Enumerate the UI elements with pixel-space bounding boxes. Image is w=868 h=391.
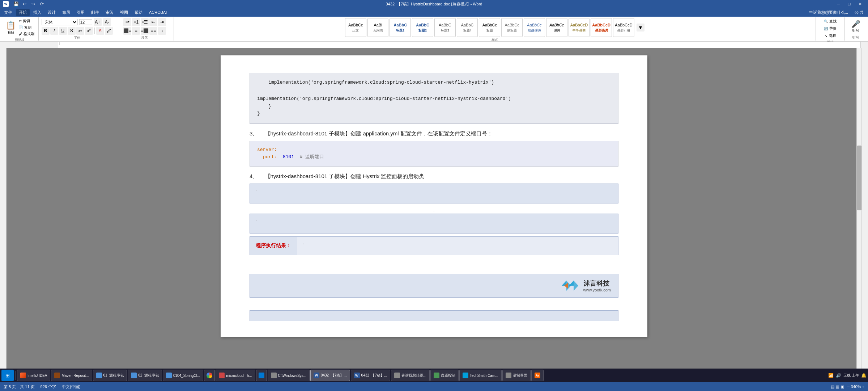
taskbar-record[interactable]: 录制界面 bbox=[502, 370, 531, 381]
maximize-btn[interactable]: □ bbox=[844, 1, 854, 7]
redo-qa-btn[interactable]: ↪ bbox=[30, 0, 37, 8]
paste-btn[interactable]: 📋 粘贴 bbox=[4, 20, 17, 35]
notification-icon[interactable]: 🔔 bbox=[861, 373, 867, 378]
align-right-btn[interactable]: ≡⬛ bbox=[141, 27, 149, 35]
vertical-scrollbar[interactable] bbox=[856, 48, 861, 373]
grow-font-btn[interactable]: A+ bbox=[94, 18, 102, 26]
menu-acrobat[interactable]: ACROBAT bbox=[146, 9, 171, 15]
style-no-space[interactable]: AaBl无间隔 bbox=[367, 18, 389, 37]
style-em4[interactable]: AaBbCcD强烈强调 bbox=[591, 18, 612, 37]
justify-btn[interactable]: ≡≡ bbox=[149, 27, 157, 35]
close-btn[interactable]: ✕ bbox=[855, 1, 865, 7]
folder2-icon bbox=[131, 373, 137, 378]
menu-help[interactable]: 帮助 bbox=[132, 9, 145, 16]
menu-layout[interactable]: 布局 bbox=[59, 9, 73, 16]
network-icon[interactable]: 📶 bbox=[828, 373, 834, 378]
taskbar-word1[interactable]: W 0432_【7稿】... bbox=[310, 370, 350, 381]
menu-view[interactable]: 视图 bbox=[117, 9, 131, 16]
taskbar-spring[interactable]: 0104_SpringCl... bbox=[163, 370, 204, 381]
decrease-indent-btn[interactable]: ⇤ bbox=[149, 18, 157, 26]
bold-btn[interactable]: B bbox=[42, 27, 50, 35]
start-btn[interactable]: ⊞ bbox=[1, 370, 14, 381]
undo-qa-btn[interactable]: ↩ bbox=[21, 0, 28, 8]
taskbar-microcloud[interactable]: microcloud - h... bbox=[216, 370, 255, 381]
style-subtitle[interactable]: AaBbCc副标题 bbox=[501, 18, 523, 37]
style-normal[interactable]: AaBbCc正文 bbox=[345, 18, 366, 37]
remote-label: 盘遥控制 bbox=[441, 373, 455, 378]
align-left-btn[interactable]: ⬛≡ bbox=[123, 27, 131, 35]
scroll-area[interactable]: implementation('org.springframework.clou… bbox=[7, 48, 861, 373]
style-samples: AaBbCc正文 AaBl无间隔 AaBbC标题1 AaBbC标题2 AaBbC… bbox=[345, 18, 634, 37]
superscript-btn[interactable]: x² bbox=[85, 27, 93, 35]
font-size-input[interactable] bbox=[79, 19, 92, 25]
select-btn[interactable]: ↘ 选择 bbox=[823, 33, 838, 39]
highlight-btn[interactable]: 🖊 bbox=[105, 27, 113, 35]
code-line-4: } bbox=[257, 103, 611, 110]
style-em2[interactable]: AaBbCc强调 bbox=[546, 18, 567, 37]
cut-btn[interactable]: ✂ 剪切 bbox=[18, 18, 35, 24]
menu-search[interactable]: 告诉我您想要做什么... bbox=[806, 9, 851, 16]
taskbar-search[interactable]: 告诉我您想要... bbox=[391, 370, 429, 381]
strikethrough-btn[interactable]: S bbox=[68, 27, 76, 35]
line-spacing-btn[interactable]: ↕ bbox=[158, 27, 166, 35]
subscript-btn[interactable]: x₂ bbox=[76, 27, 84, 35]
style-em1[interactable]: AaBbCc细微强调 bbox=[524, 18, 545, 37]
taskbar-browser[interactable] bbox=[256, 370, 267, 381]
save-qa-btn[interactable]: 💾 bbox=[12, 0, 20, 8]
taskbar-chrome[interactable] bbox=[204, 370, 215, 381]
dictation-btn[interactable]: 🎤 听写 bbox=[850, 19, 862, 34]
style-title[interactable]: AaBbCc标题 bbox=[479, 18, 500, 37]
find-btn[interactable]: 🔍 查找 bbox=[822, 18, 838, 25]
menu-mail[interactable]: 邮件 bbox=[88, 9, 102, 16]
style-h1[interactable]: AaBbC标题1 bbox=[390, 18, 411, 37]
intellij-icon bbox=[20, 373, 26, 378]
bullets-btn[interactable]: ≡• bbox=[123, 18, 131, 26]
menu-file[interactable]: 文件 bbox=[1, 9, 15, 16]
italic-btn[interactable]: I bbox=[50, 27, 58, 35]
increase-indent-btn[interactable]: ⇥ bbox=[158, 18, 166, 26]
style-h4[interactable]: AaBbC标题4 bbox=[457, 18, 478, 37]
menu-references[interactable]: 引用 bbox=[74, 9, 88, 16]
menu-design[interactable]: 设计 bbox=[45, 9, 59, 16]
font-name-select[interactable]: 宋体 bbox=[42, 19, 78, 25]
status-bar: 第 5 页，共 11 页 926 个字 中文(中国) ▤ ▦ ▣ ─ 340% … bbox=[0, 382, 868, 391]
menu-review[interactable]: 审阅 bbox=[103, 9, 116, 16]
style-h2[interactable]: AaBbC标题2 bbox=[412, 18, 433, 37]
taskbar-folder2[interactable]: 02_源程序包 bbox=[128, 370, 162, 381]
yaml-port-value: 8101 bbox=[283, 154, 294, 160]
style-em3[interactable]: AaBbCcD中等强调 bbox=[569, 18, 590, 37]
taskbar-word2[interactable]: W 0432_【7稿】... bbox=[351, 370, 391, 381]
logo-company: 沭言科技 bbox=[583, 279, 611, 288]
menu-insert[interactable]: 插入 bbox=[30, 9, 44, 16]
taskbar-techsmith[interactable]: TechSmith Cam... bbox=[459, 370, 502, 381]
bottom-partial-box bbox=[250, 310, 618, 321]
taskbar-ai[interactable]: Ai bbox=[531, 370, 544, 381]
style-h3[interactable]: AaBbC标题3 bbox=[434, 18, 456, 37]
menu-home[interactable]: 开始 bbox=[16, 9, 30, 16]
auto-save-qa-btn[interactable]: ⟳ bbox=[38, 0, 46, 8]
style-quote[interactable]: AaBbCcD强烈引用 bbox=[613, 18, 634, 37]
copy-btn[interactable]: 📄 复制 bbox=[18, 25, 35, 30]
font-color-btn[interactable]: A bbox=[96, 27, 104, 35]
taskbar-maven[interactable]: Maven Reposit... bbox=[51, 370, 92, 381]
align-center-btn[interactable]: ≡ bbox=[132, 27, 140, 35]
replace-btn[interactable]: 🔄 替换 bbox=[822, 25, 838, 32]
format-sep bbox=[94, 28, 95, 34]
section4-heading: 4、 【hystrix-dashboard-8101 子模块】创建 Hystri… bbox=[250, 172, 618, 181]
shrink-font-btn[interactable]: A- bbox=[103, 18, 111, 26]
scrollbar-thumb[interactable] bbox=[857, 146, 861, 210]
taskbar-folder1[interactable]: 01_源程序包 bbox=[93, 370, 127, 381]
techsmith-label: TechSmith Cam... bbox=[470, 374, 498, 378]
browser-icon bbox=[259, 373, 264, 378]
volume-icon[interactable]: 🔊 bbox=[836, 373, 841, 378]
multilevel-btn[interactable]: ≡☰ bbox=[141, 18, 149, 26]
styles-more-btn[interactable]: ▼ bbox=[637, 24, 644, 31]
numbering-btn[interactable]: ≡1 bbox=[132, 18, 140, 26]
section4-text: 【hystrix-dashboard-8101 子模块】创建 Hystrix 监… bbox=[260, 173, 425, 179]
taskbar-remote[interactable]: 盘遥控制 bbox=[430, 370, 459, 381]
format-painter-btn[interactable]: 🖌 格式刷 bbox=[18, 31, 35, 37]
underline-btn[interactable]: U bbox=[59, 27, 67, 35]
minimize-btn[interactable]: ─ bbox=[833, 1, 843, 7]
taskbar-windows-sys[interactable]: C:\WindowsSys... bbox=[268, 370, 310, 381]
taskbar-intellij[interactable]: IntelliJ IDEA bbox=[17, 370, 50, 381]
